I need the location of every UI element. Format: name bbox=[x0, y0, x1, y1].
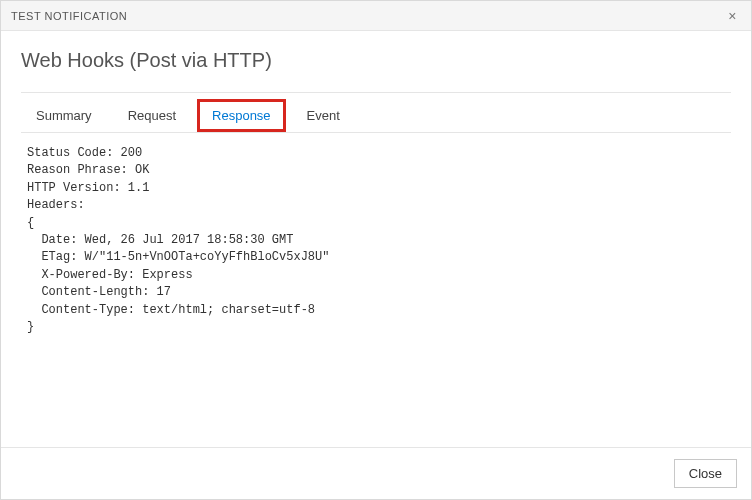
dialog-content: Web Hooks (Post via HTTP) Summary Reques… bbox=[1, 31, 751, 348]
tab-summary[interactable]: Summary bbox=[21, 99, 107, 132]
dialog-title: TEST NOTIFICATION bbox=[11, 10, 127, 22]
divider bbox=[21, 92, 731, 93]
tab-bar: Summary Request Response Event bbox=[21, 99, 731, 133]
dialog-footer: Close bbox=[1, 447, 751, 499]
close-button[interactable]: Close bbox=[674, 459, 737, 488]
page-title: Web Hooks (Post via HTTP) bbox=[21, 49, 731, 72]
tab-event[interactable]: Event bbox=[292, 99, 355, 132]
response-body: Status Code: 200 Reason Phrase: OK HTTP … bbox=[21, 133, 731, 348]
close-icon[interactable]: × bbox=[724, 6, 741, 26]
dialog-titlebar: TEST NOTIFICATION × bbox=[1, 1, 751, 31]
tab-request[interactable]: Request bbox=[113, 99, 191, 132]
tab-response[interactable]: Response bbox=[197, 99, 286, 132]
